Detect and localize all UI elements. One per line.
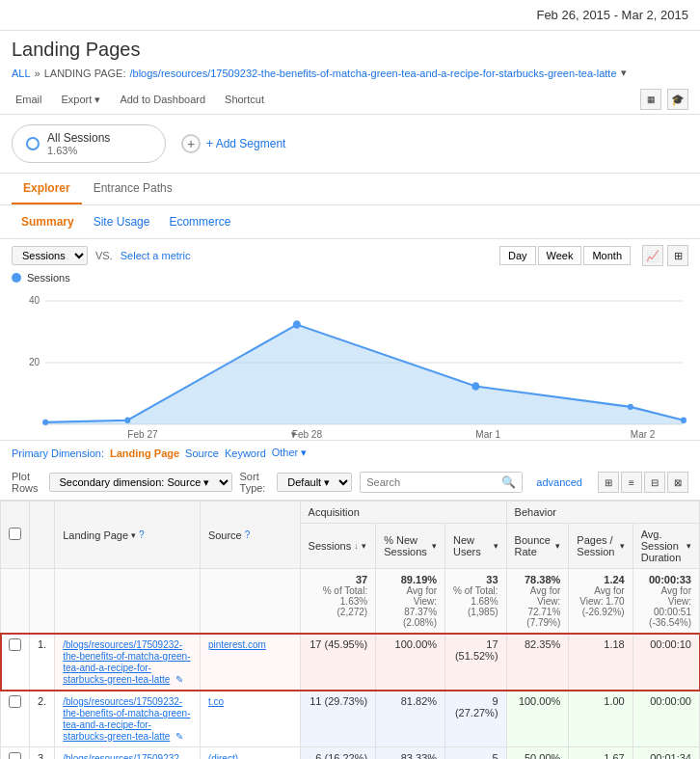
grid-view-icon[interactable]: ⊞ [598,472,619,493]
add-segment-label: + Add Segment [206,137,285,150]
segment-label: All Sessions [47,131,110,145]
email-button[interactable]: Email [12,92,46,107]
table-row: 3. /blogs/resources/17509232-the-benefit… [1,747,700,760]
chart-type-icons: 📈 ⊞ [642,245,688,266]
bar-chart-icon[interactable]: ⊞ [667,245,688,266]
row-checkbox-cell [1,634,30,691]
sub-tab-summary[interactable]: Summary [12,209,84,234]
th-avg-session-duration[interactable]: Avg. Session Duration ▾ [633,524,699,569]
primary-dimension-bar: Primary Dimension: Landing Page Source K… [0,440,700,465]
primary-dim-landing-page[interactable]: Landing Page [110,447,179,459]
advanced-link[interactable]: advanced [536,476,582,488]
row-checkbox[interactable] [9,695,21,708]
th-source[interactable]: Source ? [200,501,300,569]
shortcut-button[interactable]: Shortcut [221,92,268,107]
share-icon[interactable]: 🎓 [667,89,688,110]
week-button[interactable]: Week [538,246,582,265]
row-new-users: 5 (15.15%) [445,747,507,760]
breadcrumb-sep1: » [35,68,40,79]
row-avg-duration: 00:00:00 [633,691,699,747]
table-row: 2. /blogs/resources/17509232-the-benefit… [1,691,700,747]
row-pct-new: 83.33% [376,747,445,760]
top-bar: Feb 26, 2015 - Mar 2, 2015 [0,0,700,31]
totals-checkbox-cell [1,569,30,634]
totals-pct-new: 89.19% Avg for View: 87.37% (2.08%) [376,569,445,634]
edit-icon[interactable]: ✎ [175,674,183,685]
th-pct-new-sessions[interactable]: % New Sessions ▾ [376,524,445,569]
th-checkbox [1,501,30,569]
pivot-view-icon[interactable]: ⊟ [644,472,665,493]
th-bounce-rate[interactable]: Bounce Rate ▾ [506,524,569,569]
source-link[interactable]: (direct) [208,753,238,759]
row-landing-page: /blogs/resources/17509232-the-benefits-o… [55,634,201,691]
toolbar: Email Export ▾ Add to Dashboard Shortcut… [0,85,700,115]
day-button[interactable]: Day [499,246,536,265]
line-chart: 40 20 Feb 27 Feb 28 Mar 1 Mar 2 ▾ [12,285,688,440]
svg-point-14 [628,404,633,410]
source-link[interactable]: t.co [208,696,224,707]
svg-text:Mar 1: Mar 1 [475,429,500,440]
svg-text:Feb 28: Feb 28 [292,429,322,440]
row-sessions: 17 (45.95%) [300,634,376,691]
all-sessions-segment[interactable]: All Sessions 1.63% [12,124,166,163]
sub-tabs: Summary Site Usage Ecommerce [0,205,700,239]
primary-dim-source[interactable]: Source [185,447,219,459]
landing-page-link[interactable]: /blogs/resources/17509232-the-benefits-o… [63,696,190,742]
add-segment-button[interactable]: + + Add Segment [181,134,285,153]
landing-page-link[interactable]: /blogs/resources/17509232-the-benefits-o… [63,639,190,685]
line-chart-icon[interactable]: 📈 [642,245,663,266]
primary-dim-keyword[interactable]: Keyword [225,447,266,459]
breadcrumb-dropdown-icon[interactable]: ▾ [621,67,627,79]
row-checkbox[interactable] [9,752,21,759]
landing-page-link[interactable]: /blogs/resources/17509232-the-benefits-o… [63,753,190,759]
row-landing-page: /blogs/resources/17509232-the-benefits-o… [55,747,201,760]
list-view-icon[interactable]: ≡ [621,472,642,493]
search-input[interactable] [361,474,496,491]
sub-tab-ecommerce[interactable]: Ecommerce [159,209,240,234]
qr-icon[interactable]: ▦ [640,89,661,110]
edit-icon[interactable]: ✎ [175,731,183,742]
select-metric-link[interactable]: Select a metric [121,250,191,261]
secondary-dimension-dropdown[interactable]: Secondary dimension: Source ▾ [49,473,232,492]
tab-explorer[interactable]: Explorer [12,174,82,204]
totals-bounce-rate: 78.38% Avg for View: 72.71% (7.79%) [506,569,569,634]
row-pct-new: 100.00% [376,634,445,691]
chart-controls: Sessions VS. Select a metric Day Week Mo… [0,239,700,272]
tab-entrance-paths[interactable]: Entrance Paths [82,174,184,204]
breadcrumb-all[interactable]: ALL [12,68,31,79]
breadcrumb-path[interactable]: /blogs/resources/17509232-the-benefits-o… [129,68,616,79]
row-rank: 2. [30,691,55,747]
segment-circle-icon [26,137,40,150]
th-landing-page[interactable]: Landing Page ▾ ? [55,501,201,569]
row-source: t.co [200,691,300,747]
row-checkbox-cell [1,747,30,760]
th-pages-session[interactable]: Pages / Session ▾ [569,524,633,569]
month-button[interactable]: Month [583,246,631,265]
totals-rank-cell [30,569,55,634]
svg-point-13 [471,382,479,391]
th-sessions[interactable]: Sessions ↓ ▾ [300,524,376,569]
th-behavior: Behavior [506,501,699,524]
export-button[interactable]: Export ▾ [58,92,105,108]
page-title: Landing Pages [0,31,700,65]
svg-text:20: 20 [29,357,40,367]
svg-text:Feb 27: Feb 27 [127,429,157,440]
add-dashboard-button[interactable]: Add to Dashboard [116,92,209,107]
th-rank [30,501,55,569]
sort-type-dropdown[interactable]: Default ▾ [277,473,352,492]
select-all-checkbox[interactable] [9,528,21,540]
th-new-users[interactable]: New Users ▾ [445,524,507,569]
source-link[interactable]: pinterest.com [208,639,266,650]
sort-type-label: Sort Type: [240,471,270,494]
compare-view-icon[interactable]: ⊠ [667,472,688,493]
primary-dim-other[interactable]: Other ▾ [272,447,308,459]
row-new-users: 17 (51.52%) [445,634,507,691]
svg-text:▾: ▾ [291,429,296,440]
metric-dropdown[interactable]: Sessions [12,246,88,265]
row-pages-session: 1.67 [569,747,633,760]
sessions-dot-icon [12,273,21,283]
view-icons: ⊞ ≡ ⊟ ⊠ [598,472,688,493]
row-checkbox[interactable] [9,638,21,651]
sub-tab-site-usage[interactable]: Site Usage [84,209,160,234]
row-rank: 3. [30,747,55,760]
